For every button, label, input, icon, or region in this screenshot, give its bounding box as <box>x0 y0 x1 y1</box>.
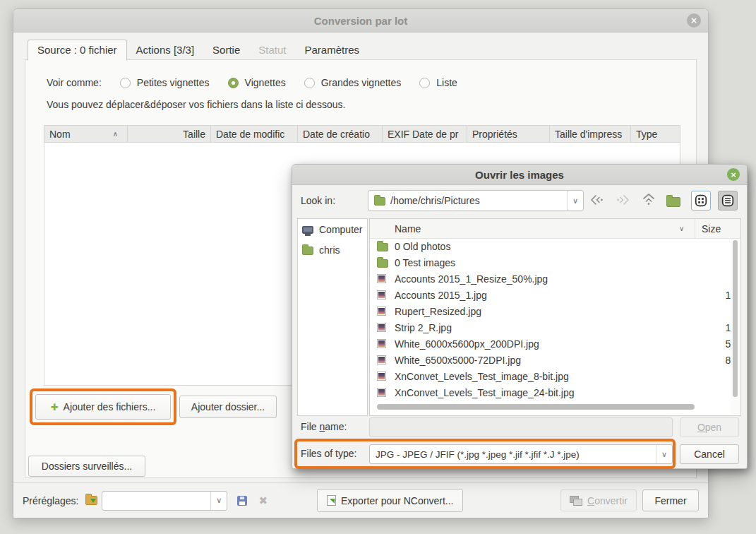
detail-view-button[interactable] <box>718 191 738 210</box>
radio-option-vignettes[interactable]: Vignettes <box>228 77 286 88</box>
files-of-type-label: Files of type: <box>301 448 356 459</box>
tab-actions[interactable]: Actions [3/3] <box>127 40 204 60</box>
list-item[interactable]: Accounts 2015_1_Resize_50%.jpg <box>370 271 740 287</box>
dialog-titlebar[interactable]: Ouvrir les images × <box>292 165 747 185</box>
files-of-type-value: JPG - JPEG / JFIF (*.jpg *.jpeg *.jif *.… <box>376 449 580 460</box>
image-file-icon <box>377 339 386 348</box>
grid-view-icon <box>695 194 707 207</box>
list-item[interactable]: White_6500x5000-72DPI.jpg 80 <box>370 352 740 368</box>
convert-button[interactable]: Convertir <box>560 490 637 511</box>
column-header-proprietes[interactable]: Propriétés <box>467 126 550 142</box>
list-item[interactable]: White_6000x5600px_200DPI.jpg 50 <box>370 336 740 352</box>
delete-preset-icon[interactable]: ✖ <box>258 494 268 507</box>
radio-label: Grandes vignettes <box>321 77 402 88</box>
chevron-down-icon: ∨ <box>567 191 583 210</box>
image-file-icon <box>377 372 386 381</box>
drag-drop-hint: Vous pouvez déplacer&déposer vos fichier… <box>47 99 345 110</box>
view-as-row: Voir comme: Petites vignettes Vignettes … <box>47 76 457 90</box>
column-header-exif-date[interactable]: EXIF Date de pr <box>383 126 467 142</box>
column-header-size[interactable]: Size <box>702 223 721 235</box>
places-sidebar: Computer chris <box>297 218 368 416</box>
list-item[interactable]: Rupert_Resized.jpg <box>370 303 740 319</box>
column-header-type[interactable]: Type <box>631 126 680 142</box>
presets-label: Préréglages: <box>23 495 78 506</box>
radio-icon[interactable] <box>304 78 315 88</box>
list-item[interactable]: Accounts 2015_1.jpg 18 <box>370 287 740 303</box>
tab-sortie[interactable]: Sortie <box>203 40 249 60</box>
tab-statut[interactable]: Statut <box>249 40 295 60</box>
tab-parametres[interactable]: Paramètres <box>296 40 369 60</box>
export-icon <box>327 495 336 506</box>
dialog-title: Ouvrir les images <box>475 169 564 181</box>
column-header-date-creation[interactable]: Date de créatio <box>298 126 383 142</box>
scrollbar-thumb[interactable] <box>733 240 738 397</box>
close-window-button[interactable]: Fermer <box>642 490 699 511</box>
folder-icon <box>302 247 313 255</box>
list-item[interactable]: XnConvet_Levels_Test_image_8-bit.jpg <box>370 368 740 384</box>
column-header-taille-impress[interactable]: Taille d'impress <box>550 126 631 142</box>
convert-images-icon <box>570 496 582 506</box>
new-folder-icon <box>666 197 680 207</box>
horizontal-scrollbar[interactable] <box>377 404 695 410</box>
forward-button[interactable] <box>616 194 631 206</box>
radio-icon[interactable] <box>120 78 131 88</box>
source-table-header: Nom ∧ Taille Date de modific Date de cré… <box>44 125 680 143</box>
watched-folders-button[interactable]: Dossiers surveillés... <box>28 456 145 477</box>
back-button[interactable] <box>589 194 604 206</box>
image-file-icon <box>377 290 386 299</box>
radio-icon[interactable] <box>419 78 430 88</box>
list-item[interactable]: 0 Old photos <box>370 238 740 254</box>
radio-selected-icon[interactable] <box>228 78 239 88</box>
image-file-icon <box>377 355 386 364</box>
add-files-button[interactable]: ✚ Ajouter des fichiers... <box>35 394 171 420</box>
new-folder-button[interactable] <box>666 196 680 207</box>
preset-combobox[interactable]: ∨ <box>102 491 227 511</box>
folder-icon <box>374 197 385 206</box>
list-item[interactable]: Strip 2_R.jpg 12 <box>370 319 740 336</box>
cancel-button[interactable]: Cancel <box>680 444 739 464</box>
dialog-close-button[interactable]: × <box>727 168 740 181</box>
window-close-button[interactable]: × <box>687 13 701 28</box>
main-bottom-bar: Préréglages: ∨ ✖ Exporter pour NConvert.… <box>13 482 708 518</box>
look-in-combobox[interactable]: /home/chris/Pictures ∨ <box>368 190 584 211</box>
up-icon <box>641 191 656 207</box>
radio-option-petites-vignettes[interactable]: Petites vignettes <box>120 77 210 88</box>
icon-view-button[interactable] <box>691 191 711 210</box>
column-header-name[interactable]: Name <box>395 223 421 235</box>
look-in-value: /home/chris/Pictures <box>390 195 480 206</box>
image-file-icon <box>377 307 386 316</box>
parent-folder-button[interactable] <box>641 191 656 207</box>
file-name-label: File name: <box>301 421 347 432</box>
list-item[interactable]: 0 Test images <box>370 254 740 271</box>
chevron-down-icon: ∨ <box>656 445 672 463</box>
add-folder-button[interactable]: Ajouter dossier... <box>179 396 277 418</box>
window-title: Conversion par lot <box>314 15 408 27</box>
place-chris[interactable]: chris <box>298 239 367 260</box>
plus-icon: ✚ <box>51 402 59 413</box>
tab-source[interactable]: Source : 0 fichier <box>28 40 127 61</box>
save-preset-icon[interactable] <box>237 496 247 506</box>
close-icon: × <box>690 16 697 25</box>
column-header-taille[interactable]: Taille <box>128 126 211 142</box>
vertical-scrollbar[interactable] <box>731 239 740 414</box>
open-images-dialog: Ouvrir les images × Look in: /home/chris… <box>292 164 748 469</box>
chevron-down-icon: ∨ <box>210 492 227 510</box>
forward-icon <box>616 194 631 206</box>
image-file-icon <box>377 388 386 397</box>
radio-option-liste[interactable]: Liste <box>419 77 457 88</box>
radio-label: Liste <box>436 77 457 88</box>
list-item[interactable]: XnConvet_Levels_Test_image_24-bit.jpg <box>370 384 740 400</box>
column-header-nom[interactable]: Nom ∧ <box>44 126 128 142</box>
radio-option-grandes-vignettes[interactable]: Grandes vignettes <box>304 77 402 88</box>
open-preset-folder-icon[interactable] <box>85 496 97 505</box>
place-computer[interactable]: Computer <box>298 219 367 239</box>
computer-icon <box>302 226 313 234</box>
export-nconvert-button[interactable]: Exporter pour NConvert... <box>317 489 464 512</box>
column-header-date-modif[interactable]: Date de modific <box>211 126 298 142</box>
files-of-type-combobox[interactable]: JPG - JPEG / JFIF (*.jpg *.jpeg *.jif *.… <box>369 444 673 464</box>
open-button[interactable]: Open <box>680 417 739 437</box>
main-titlebar[interactable]: Conversion par lot × <box>13 9 708 32</box>
file-name-input[interactable] <box>369 417 673 437</box>
folder-icon <box>377 243 388 251</box>
radio-label: Petites vignettes <box>137 77 210 88</box>
